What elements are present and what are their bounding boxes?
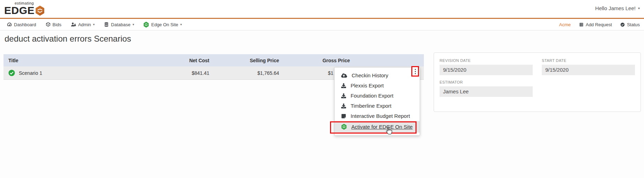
menu-item-timberline-export[interactable]: Timberline Export (335, 101, 420, 111)
nav-left-group: Dashboard Bids Admin ▾ Database (7, 22, 182, 28)
row-context-menu: Checkin History Plexxis Export Foundatio… (334, 67, 420, 136)
nav-right-group: Acme Add Request Status (559, 22, 641, 27)
nav-label: Database (111, 22, 130, 27)
menu-item-label: Checkin History (352, 72, 388, 78)
edge-logo-text: estimating EDGE (4, 1, 35, 16)
download-icon (341, 104, 346, 108)
menu-item-foundation-export[interactable]: Foundation Export (335, 91, 420, 101)
menu-item-label: Timberline Export (351, 103, 391, 109)
menu-item-label: Foundation Export (351, 93, 394, 99)
scenario-title: Scenario 1 (19, 70, 42, 76)
red-highlight-kebab-box (411, 66, 419, 77)
nav-item-status[interactable]: Status (620, 22, 640, 27)
nav-label: Dashboard (14, 22, 36, 27)
nav-item-acme[interactable]: Acme (559, 22, 571, 27)
details-panel: REVISION DATE 9/15/2020 START DATE 9/15/… (434, 52, 641, 112)
nav-label: Edge On Site (151, 22, 178, 27)
selling-price-value: $1,765.64 (209, 70, 279, 76)
status-icon (620, 22, 625, 27)
user-menu[interactable]: Hello James Lee! ▾ (595, 5, 640, 11)
field-label: START DATE (542, 58, 635, 63)
menu-item-label: Interactive Budget Report (351, 113, 410, 119)
check-circle-green-icon (8, 70, 15, 76)
column-header-selling-price: Selling Price (209, 58, 279, 63)
dashboard-icon (7, 22, 12, 27)
net-cost-value: $841.41 (140, 70, 209, 76)
report-icon (341, 114, 346, 119)
database-icon (104, 22, 109, 27)
menu-item-label: Activate for EDGE On Site (351, 124, 413, 130)
estimator-input[interactable]: James Lee (440, 86, 533, 97)
app-window: estimating EDGE Hello James Lee! ▾ (0, 0, 644, 178)
download-icon (341, 93, 346, 98)
chevron-down-icon: ▾ (133, 23, 134, 26)
add-request-icon (579, 22, 584, 27)
nav-item-bids[interactable]: Bids (46, 22, 61, 27)
field-start-date: START DATE 9/15/2020 (542, 58, 635, 75)
logo-edge-text: EDGE (4, 5, 35, 16)
page-title: deduct activation errors Scenarios (5, 34, 131, 44)
field-revision-date: REVISION DATE 9/15/2020 (440, 58, 533, 75)
chevron-down-icon: ▾ (638, 7, 640, 10)
chevron-down-icon: ▾ (180, 23, 182, 26)
nav-label: Admin (78, 22, 91, 27)
nav-item-dashboard[interactable]: Dashboard (7, 22, 36, 27)
greeting-text: Hello James Lee! (595, 5, 636, 11)
field-label: ESTIMATOR (440, 80, 533, 84)
menu-item-plexxis-export[interactable]: Plexxis Export (335, 80, 420, 91)
gross-price-value-truncated: $1 (328, 70, 334, 76)
table-header-row: Title Net Cost Selling Price Gross Price (3, 54, 424, 66)
menu-item-label: Plexxis Export (351, 83, 384, 88)
nav-label: Bids (53, 22, 61, 27)
nav-item-database[interactable]: Database ▾ (104, 22, 134, 27)
main-nav: Dashboard Bids Admin ▾ Database (0, 18, 644, 30)
kebab-menu-icon[interactable] (415, 69, 416, 74)
column-header-gross-price: Gross Price (279, 58, 350, 63)
column-header-title: Title (3, 58, 140, 63)
top-header: estimating EDGE Hello James Lee! ▾ (0, 0, 644, 18)
field-label: REVISION DATE (440, 58, 533, 63)
nav-item-add-request[interactable]: Add Request (579, 22, 612, 27)
admin-icon (71, 22, 76, 27)
start-date-input[interactable]: 9/15/2020 (542, 65, 635, 75)
nav-label: Status (627, 22, 640, 27)
field-estimator: ESTIMATOR James Lee (440, 80, 533, 97)
nav-item-edge-on-site[interactable]: Edge On Site ▾ (143, 22, 182, 28)
nav-item-admin[interactable]: Admin ▾ (71, 22, 95, 27)
edge-logo[interactable]: estimating EDGE (4, 1, 45, 16)
edge-on-site-icon (341, 124, 347, 130)
revision-date-input[interactable]: 9/15/2020 (440, 65, 533, 75)
menu-item-checkin-history[interactable]: Checkin History (335, 70, 420, 80)
menu-item-activate-for-edge-on-site[interactable]: Activate for EDGE On Site (335, 121, 420, 133)
nav-label: Acme (559, 22, 571, 27)
edge-on-site-icon (143, 22, 149, 28)
nav-label: Add Request (586, 22, 612, 27)
menu-item-interactive-budget-report[interactable]: Interactive Budget Report (335, 111, 420, 121)
download-icon (341, 83, 346, 88)
column-header-net-cost: Net Cost (140, 58, 209, 63)
edge-hexagon-logo-icon (35, 6, 45, 16)
cloud-upload-icon (341, 73, 347, 78)
chevron-down-icon: ▾ (93, 23, 95, 26)
bids-icon (46, 22, 51, 27)
